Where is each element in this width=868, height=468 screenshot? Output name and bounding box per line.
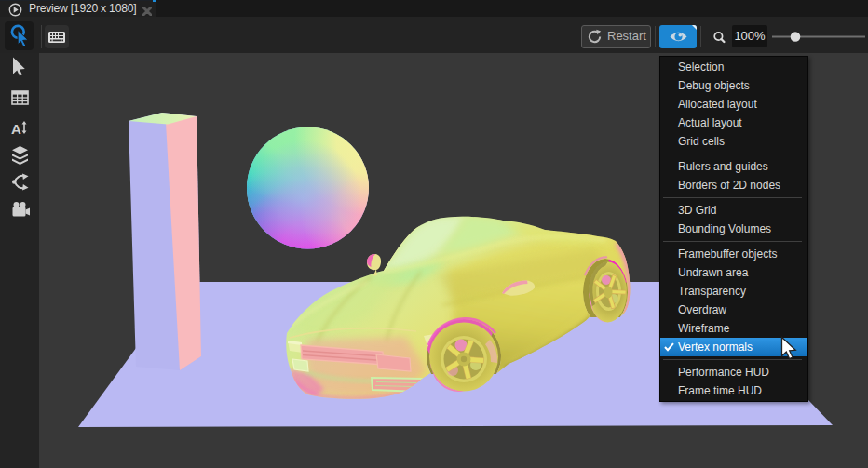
svg-text:A: A bbox=[11, 121, 21, 137]
